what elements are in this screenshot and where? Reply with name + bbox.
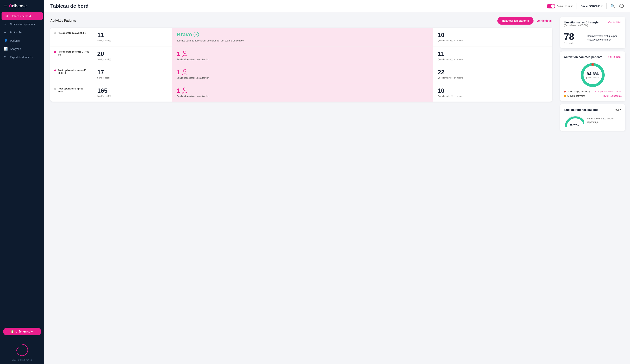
donut-percentage: 94.6% <box>586 71 599 76</box>
error-status-row: 3 Erreur(s) email(s) Corriger les mails … <box>564 90 622 93</box>
taux-header: Taux de réponse patients Tous ▾ <box>564 108 622 111</box>
sidebar-item-patients[interactable]: 👤 Patients <box>0 36 44 45</box>
cell-suivi-3: 165 Suivi(s) actif(s) <box>93 83 172 102</box>
sidebar-item-label: Tableau de bord <box>12 14 31 18</box>
suivi-number: 165 <box>97 87 168 94</box>
divider <box>606 3 606 9</box>
voir-detail-button[interactable]: Voir le détail <box>536 19 552 22</box>
attention-content: 1 <box>177 87 428 94</box>
section-header: Activités Patients Relancer les patients… <box>50 17 552 24</box>
sidebar-item-notifications[interactable]: ○ Notifications patients <box>0 20 44 28</box>
card-header: Questionnaires Chirurgien (Sur la base d… <box>564 21 622 29</box>
plus-icon: 📋 <box>11 330 14 333</box>
attention-label: Suivis nécessitant une attention <box>177 77 428 79</box>
donut-sublabel: patients actifs <box>586 76 599 79</box>
bravo-desc: Tous les patients nécessitant une attent… <box>177 39 428 42</box>
questionnaire-label: Questionnaire(s) en attente <box>438 77 548 79</box>
error-link[interactable]: Corriger les mails erronés <box>595 90 622 93</box>
card-subtitle: (Sur la base de CROM) <box>564 24 600 27</box>
attention-label: Suivis nécessitant une attention <box>177 58 428 61</box>
suivi-label: Suivi(s) actif(s) <box>97 39 168 42</box>
activation-card: Activation comptes patients Voir le déta… <box>560 51 626 101</box>
sidebar-item-label: Protocoles <box>10 31 23 34</box>
taux-filter[interactable]: Tous ▾ <box>614 108 622 111</box>
table-row: Pré opératoire avant J-8 11 Suivi(s) act… <box>50 28 552 46</box>
error-dot <box>564 91 566 93</box>
attention-content: 1 <box>177 69 428 76</box>
svg-point-3 <box>183 88 186 90</box>
chat-icon[interactable]: 💬 <box>619 4 624 8</box>
questionnaire-label: Questionnaire(s) en attente <box>438 95 548 97</box>
page-title: Tableau de bord <box>50 3 88 9</box>
cell-suivi-2: 17 Suivi(s) actif(s) <box>93 65 172 83</box>
questionnaire-number: 22 <box>438 69 548 76</box>
svg-point-0 <box>194 32 199 37</box>
activity-title: Activités Patients <box>50 19 76 22</box>
check-circle-icon <box>194 32 199 37</box>
attention-number: 1 <box>177 87 180 94</box>
cell-center-2: 1 Suivis nécessitant une attention <box>172 65 433 83</box>
export-icon: ⊙ <box>4 55 8 59</box>
sidebar: ☰ Orthense ⊞ Tableau de bord ○ Notificat… <box>0 0 44 364</box>
activation-title: Activation comptes patients <box>564 55 602 59</box>
topbar-right: Activer le futur Emile FORGUE ▾ 🔍 💬 <box>547 3 624 9</box>
sidebar-item-protocoles[interactable]: ◈ Protocoles <box>0 28 44 36</box>
taux-count: 202 <box>602 117 606 120</box>
divider <box>576 3 577 9</box>
row-label-text: Post opératoire entre J0 et J+14 <box>58 69 89 74</box>
sidebar-item-label: Export de données <box>10 56 33 59</box>
taux-card: Taux de réponse patients Tous ▾ <box>560 104 626 131</box>
suivi-label: Suivi(s) actif(s) <box>97 95 168 97</box>
layers-icon: ◈ <box>4 30 8 34</box>
inactive-status-row: 6 Non activé(s) Inviter les patients <box>564 94 622 97</box>
questionnaire-number: 11 <box>438 50 548 57</box>
inactive-count: 6 <box>567 94 569 97</box>
attention-label: Suivis nécessitant une attention <box>177 95 428 98</box>
menu-icon[interactable]: ☰ <box>4 4 7 8</box>
bell-icon: ○ <box>4 22 8 26</box>
chevron-down-icon: ▾ <box>601 4 602 8</box>
logo: Orthense <box>9 3 27 8</box>
gauge-container: 96.78% sur la base de 202 suivi(s) répon… <box>564 114 622 127</box>
cell-questionnaires-3: 10 Questionnaire(s) en attente <box>433 83 552 102</box>
attention-content: 1 <box>177 50 428 57</box>
donut-center: 94.6% patients actifs <box>586 71 599 79</box>
chart-icon: 📊 <box>4 47 8 51</box>
cell-center-3: 1 Suivis nécessitant une attention <box>172 83 433 102</box>
relancer-button[interactable]: Relancer les patients <box>498 17 534 24</box>
activation-link[interactable]: Voir le détail <box>608 55 622 58</box>
inactive-link[interactable]: Inviter les patients <box>603 95 622 97</box>
status-left: 6 Non activé(s) <box>564 94 585 97</box>
svg-point-2 <box>183 69 186 72</box>
table-row: Post opératoire après J+15 165 Suivi(s) … <box>50 83 552 102</box>
person-icon <box>182 88 188 94</box>
q-cta: Décrivez votre pratique pour mieux vous … <box>587 34 622 41</box>
sidebar-item-export[interactable]: ⊙ Export de données <box>0 53 44 61</box>
content-area: Activités Patients Relancer les patients… <box>44 12 630 364</box>
voir-detail-link[interactable]: Voir le détail <box>608 21 622 24</box>
user-menu-button[interactable]: Emile FORGUE ▾ <box>580 4 602 8</box>
cell-suivi-0: 11 Suivi(s) actif(s) <box>93 28 172 46</box>
attention-number: 1 <box>177 69 180 76</box>
futur-toggle[interactable] <box>547 4 555 8</box>
search-icon[interactable]: 🔍 <box>610 4 615 8</box>
cell-questionnaires-1: 11 Questionnaire(s) en attente <box>433 46 552 65</box>
status-left: 3 Erreur(s) email(s) <box>564 90 590 93</box>
sidebar-item-analyses[interactable]: 📊 Analyses <box>0 45 44 53</box>
card-title: Questionnaires Chirurgien <box>564 21 600 24</box>
gauge-percentage: 96.78% <box>570 124 578 127</box>
cell-center-1: 1 Suivis nécessitant une attention <box>172 46 433 65</box>
create-suivi-button[interactable]: 📋 Créer un suivi <box>3 328 41 335</box>
questionnaire-label: Questionnaire(s) en attente <box>438 39 548 42</box>
action-buttons: Relancer les patients Voir le détail <box>498 17 552 24</box>
suivi-label: Suivi(s) actif(s) <box>97 77 168 79</box>
table-row: Pré opératoire entre J-7 et J-1 20 Suivi… <box>50 46 552 65</box>
table-row: Post opératoire entre J0 et J+14 17 Suiv… <box>50 65 552 83</box>
questionnaire-number: 10 <box>438 87 548 94</box>
sidebar-item-tableau-de-bord[interactable]: ⊞ Tableau de bord <box>2 12 43 20</box>
cell-questionnaires-0: 10 Questionnaire(s) en attente <box>433 28 552 46</box>
sidebar-nav: ⊞ Tableau de bord ○ Notifications patien… <box>0 10 44 326</box>
gauge-wrapper: 96.78% <box>564 114 584 127</box>
sidebar-item-label: Notifications patients <box>10 23 35 26</box>
donut-wrapper: 94.6% patients actifs <box>579 62 606 89</box>
